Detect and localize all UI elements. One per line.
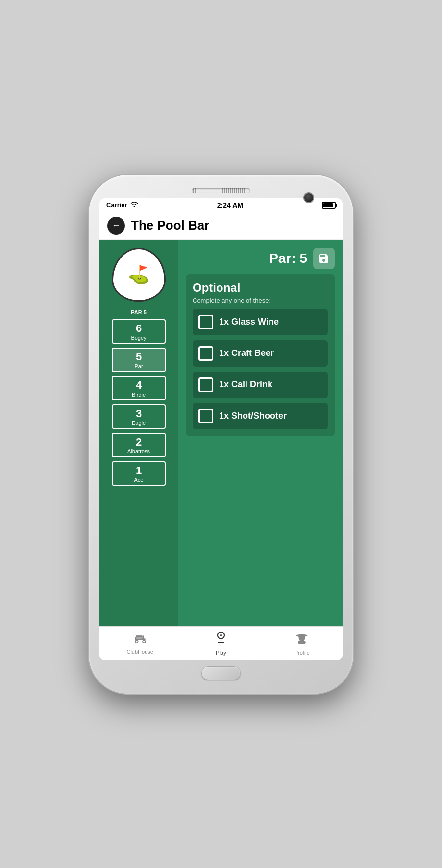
- cowboy-icon: [295, 631, 309, 648]
- score-par[interactable]: 5 Par: [112, 348, 166, 372]
- svg-point-16: [299, 634, 305, 638]
- par-badge-label: PAR 5: [131, 309, 147, 315]
- score-albatross-number: 2: [136, 436, 142, 448]
- tab-profile[interactable]: Profile: [262, 631, 343, 656]
- right-panel: Par: 5 Optional Complete any one of thes…: [178, 240, 343, 626]
- drink-shot-shooter[interactable]: 1x Shot/Shooter: [193, 403, 328, 429]
- score-par-name: Par: [134, 363, 143, 369]
- wifi-icon: [130, 201, 138, 209]
- optional-subtitle: Complete any one of these:: [193, 297, 328, 304]
- drink-glass-wine-checkbox[interactable]: [198, 315, 213, 329]
- svg-rect-6: [136, 635, 142, 637]
- phone-home-button[interactable]: [201, 666, 241, 680]
- svg-point-2: [136, 641, 138, 643]
- left-sidebar: ⛳ PAR 5 6 Bogey 5 Par 4 Birdie 3: [99, 240, 178, 626]
- score-bogey[interactable]: 6 Bogey: [112, 319, 166, 344]
- score-ace[interactable]: 1 Ace: [112, 461, 166, 486]
- drink-glass-wine[interactable]: 1x Glass Wine: [193, 309, 328, 335]
- main-content: ⛳ PAR 5 6 Bogey 5 Par 4 Birdie 3: [99, 240, 343, 626]
- tab-clubhouse[interactable]: ClubHouse: [99, 632, 180, 655]
- phone-speaker: [192, 188, 250, 193]
- par-title: Par: 5: [269, 251, 307, 266]
- status-left: Carrier: [106, 201, 138, 209]
- golf-flag-icon: ⛳: [128, 266, 150, 283]
- drink-craft-beer[interactable]: 1x Craft Beer: [193, 340, 328, 367]
- status-time: 2:24 AM: [217, 201, 243, 209]
- score-birdie-name: Birdie: [132, 392, 146, 398]
- back-button[interactable]: ←: [107, 217, 125, 235]
- score-par-number: 5: [136, 351, 142, 363]
- drink-glass-wine-label: 1x Glass Wine: [219, 317, 279, 327]
- drink-shot-shooter-label: 1x Shot/Shooter: [219, 411, 287, 421]
- nav-bar: ← The Pool Bar: [99, 212, 343, 240]
- score-albatross-name: Albatross: [127, 448, 150, 454]
- status-right: [322, 202, 336, 209]
- par-header: Par: 5: [186, 248, 335, 269]
- score-birdie[interactable]: 4 Birdie: [112, 376, 166, 400]
- svg-point-3: [143, 641, 145, 643]
- play-icon: [214, 631, 228, 648]
- score-bogey-name: Bogey: [131, 335, 146, 341]
- tab-play[interactable]: Play: [180, 631, 261, 656]
- battery-icon: [322, 202, 336, 209]
- svg-rect-17: [298, 641, 306, 644]
- drink-shot-shooter-checkbox[interactable]: [198, 409, 213, 423]
- score-albatross[interactable]: 2 Albatross: [112, 433, 166, 457]
- battery-fill: [323, 203, 333, 207]
- drink-call-drink-label: 1x Call Drink: [219, 379, 272, 390]
- optional-section: Optional Complete any one of these: 1x G…: [186, 274, 335, 436]
- optional-title: Optional: [193, 281, 328, 295]
- drink-craft-beer-checkbox[interactable]: [198, 346, 213, 361]
- score-eagle-number: 3: [136, 407, 142, 420]
- tab-play-label: Play: [216, 650, 226, 656]
- svg-rect-8: [135, 637, 136, 640]
- phone-camera: [303, 192, 314, 203]
- back-arrow-icon: ←: [112, 220, 121, 231]
- score-eagle-name: Eagle: [132, 420, 146, 426]
- svg-point-10: [220, 634, 222, 636]
- carrier-label: Carrier: [106, 201, 127, 209]
- score-ace-number: 1: [136, 464, 142, 477]
- phone-device: Carrier 2:24 AM ← The: [89, 175, 353, 694]
- score-ace-name: Ace: [134, 477, 144, 483]
- save-button[interactable]: [313, 248, 335, 269]
- score-birdie-number: 4: [136, 379, 142, 392]
- page-title: The Pool Bar: [131, 218, 209, 233]
- tab-clubhouse-label: ClubHouse: [126, 649, 153, 655]
- drink-call-drink-checkbox[interactable]: [198, 377, 213, 392]
- drink-call-drink[interactable]: 1x Call Drink: [193, 372, 328, 398]
- tab-profile-label: Profile: [295, 650, 310, 656]
- drink-craft-beer-label: 1x Craft Beer: [219, 348, 274, 358]
- score-bogey-number: 6: [136, 322, 142, 335]
- phone-screen: Carrier 2:24 AM ← The: [99, 198, 343, 660]
- tab-bar: ClubHouse Play: [99, 626, 343, 660]
- golf-cart-icon: [133, 632, 147, 647]
- score-eagle[interactable]: 3 Eagle: [112, 404, 166, 429]
- svg-rect-7: [142, 635, 144, 640]
- par-badge: ⛳: [112, 248, 166, 302]
